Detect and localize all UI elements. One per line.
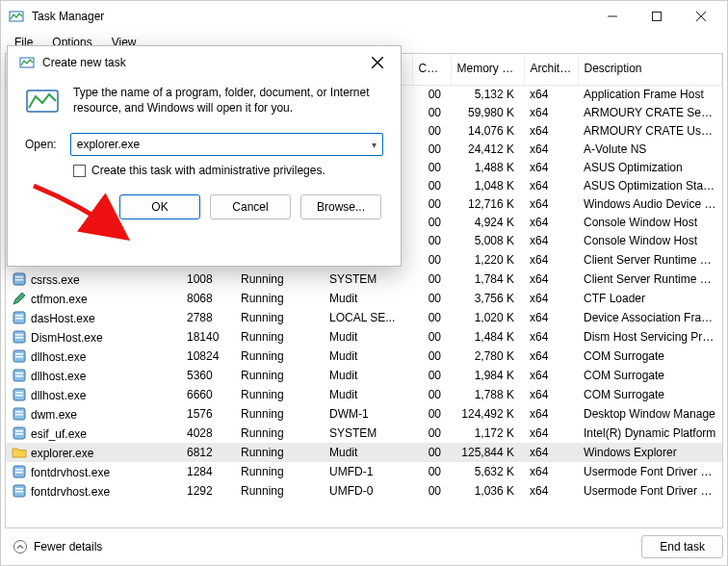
table-row[interactable]: dllhost.exe5360RunningMudit001,984 Kx64C…	[6, 366, 722, 385]
dialog-title-bar: Create new task	[8, 46, 401, 79]
table-row[interactable]: csrss.exe1008RunningSYSTEM001,784 Kx64Cl…	[6, 270, 722, 289]
fewer-details-label: Fewer details	[34, 540, 102, 553]
process-icon	[12, 483, 27, 499]
table-row[interactable]: fontdrvhost.exe1284RunningUMFD-1005,632 …	[6, 462, 722, 481]
chevron-down-icon: ▾	[372, 140, 377, 150]
table-row[interactable]: dwm.exe1576RunningDWM-100124,492 Kx64Des…	[6, 404, 722, 424]
process-icon	[12, 310, 27, 325]
dialog-icon	[19, 55, 35, 70]
browse-button[interactable]: Browse...	[300, 194, 381, 219]
svg-rect-42	[27, 90, 58, 112]
dialog-prompt: Type the name of a program, folder, docu…	[73, 85, 383, 116]
table-row[interactable]: dllhost.exe10824RunningMudit002,780 Kx64…	[6, 347, 722, 366]
svg-rect-16	[15, 337, 23, 339]
cancel-button[interactable]: Cancel	[210, 194, 291, 219]
maximize-button[interactable]	[635, 1, 679, 32]
svg-rect-13	[15, 318, 23, 320]
open-value: explorer.exe	[77, 138, 372, 151]
process-icon	[12, 425, 27, 441]
svg-rect-31	[15, 433, 23, 435]
col-cpu[interactable]: CPU	[412, 54, 451, 86]
run-icon	[25, 85, 60, 119]
process-icon	[12, 291, 27, 306]
svg-rect-30	[15, 430, 23, 432]
svg-rect-36	[15, 488, 23, 490]
dialog-close-button[interactable]	[362, 49, 393, 76]
svg-rect-9	[15, 276, 23, 278]
svg-rect-12	[15, 315, 23, 317]
create-task-dialog: Create new task Type the name of a progr…	[7, 45, 402, 267]
svg-rect-28	[15, 414, 23, 416]
col-desc[interactable]: Description	[578, 54, 722, 86]
table-row[interactable]: ctfmon.exe8068RunningMudit003,756 Kx64CT…	[6, 289, 722, 308]
admin-label: Create this task with administrative pri…	[91, 164, 325, 177]
admin-checkbox[interactable]	[73, 165, 86, 177]
table-row[interactable]: dllhost.exe6660RunningMudit001,788 Kx64C…	[6, 385, 722, 404]
process-icon	[12, 464, 27, 479]
svg-rect-22	[15, 375, 23, 377]
col-arch[interactable]: Archite...	[524, 54, 578, 86]
svg-rect-2	[653, 13, 662, 21]
footer: Fewer details End task	[5, 532, 723, 561]
table-row[interactable]: DismHost.exe18140RunningMudit001,484 Kx6…	[6, 327, 722, 347]
window-title: Task Manager	[32, 10, 104, 23]
process-icon	[12, 387, 27, 402]
dialog-title: Create new task	[42, 56, 126, 69]
minimize-button[interactable]	[590, 1, 635, 32]
table-row[interactable]: fontdrvhost.exe1292RunningUMFD-0001,036 …	[6, 481, 722, 501]
app-icon	[9, 9, 24, 24]
table-row[interactable]: dasHost.exe2788RunningLOCAL SE...001,020…	[6, 308, 722, 327]
open-label: Open:	[25, 138, 57, 151]
process-icon	[12, 406, 27, 422]
svg-rect-15	[15, 334, 23, 336]
svg-rect-18	[15, 353, 23, 355]
ok-button[interactable]: OK	[119, 194, 200, 219]
process-icon	[12, 348, 27, 364]
svg-rect-10	[15, 279, 23, 281]
svg-rect-34	[15, 472, 23, 474]
svg-rect-33	[15, 469, 23, 471]
svg-point-38	[14, 541, 27, 553]
process-icon	[12, 445, 27, 460]
end-task-button[interactable]: End task	[641, 535, 723, 558]
process-icon	[12, 368, 27, 383]
svg-rect-21	[15, 373, 23, 374]
process-icon	[12, 271, 27, 287]
svg-rect-19	[15, 356, 23, 358]
table-row[interactable]: esif_uf.exe4028RunningSYSTEM001,172 Kx64…	[6, 424, 722, 443]
svg-rect-37	[15, 491, 23, 493]
table-row[interactable]: explorer.exe6812RunningMudit00125,844 Kx…	[6, 443, 722, 462]
close-button[interactable]	[679, 1, 723, 32]
open-combobox[interactable]: explorer.exe ▾	[70, 133, 383, 156]
svg-rect-24	[15, 392, 23, 394]
svg-rect-25	[15, 395, 23, 397]
chevron-up-circle-icon	[13, 539, 28, 554]
col-memory[interactable]: Memory (a...	[451, 54, 524, 86]
fewer-details-button[interactable]: Fewer details	[5, 535, 110, 558]
process-icon	[12, 329, 27, 345]
title-bar: Task Manager	[1, 1, 727, 32]
svg-rect-27	[15, 411, 23, 413]
